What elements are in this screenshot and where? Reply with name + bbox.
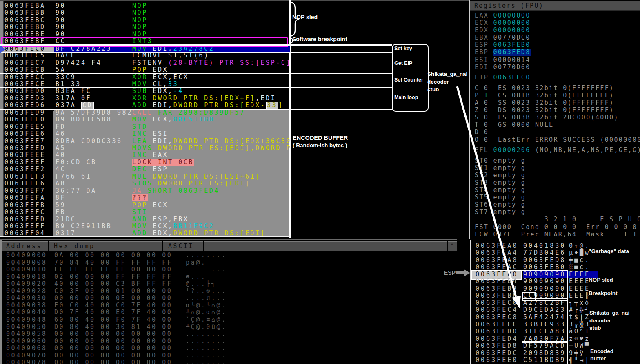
register-line[interactable]: ST1 empty g	[470, 164, 640, 172]
hexdump-row[interactable]: 00409028C0 3F 00 00 01 00 00 00└?..☺...	[0, 288, 457, 295]
hexdump-row[interactable]: 0040902040 00 00 00 C3 BF FF FF@...├┐	[0, 280, 457, 288]
register-line[interactable]: FST 0000 Cond 0 0 0 0 Err 0 0 0 0 0 0 0 …	[470, 223, 640, 231]
stack-annotation-label: stub	[589, 325, 601, 331]
disasm-row[interactable]: 0063FEFD21DCAND ESP,EBX	[3, 216, 290, 223]
disasm-row[interactable]: 0063FEFA8F???	[3, 194, 290, 201]
hexdump-row[interactable]: 00409050D0 80 40 00 30 81 40 00╨Ç@.0ü@.	[0, 324, 457, 331]
hexdump-row[interactable]: 0040907800 00 00 00 00 00 00 00........	[0, 359, 457, 364]
register-line[interactable]: O 0 LastErr ERROR_SUCCESS (00000000)	[470, 136, 640, 143]
register-line[interactable]: ESI 00000014	[470, 56, 640, 64]
hexdump-left-border	[0, 240, 2, 364]
register-line[interactable]: FCW 037F Prec NEAR,64 Mask 1 1 1 1 1 1	[470, 231, 640, 238]
stack-panel[interactable]: 0063FEA0004018300↑@.0063FEA477DB04E6µ♦█w…	[470, 240, 640, 364]
register-line[interactable]: ST6 empty g	[470, 201, 640, 208]
register-line[interactable]: EIP 0063FEC0	[470, 74, 640, 81]
stub-label-line: Shikata_ga_nai	[427, 71, 467, 77]
register-line[interactable]: ST3 empty g	[470, 179, 640, 186]
register-line[interactable]: ESP 0063FEB0	[470, 41, 640, 49]
register-line[interactable]: 3 2 1 0 E S P U O Z D I	[470, 216, 640, 223]
disasm-row[interactable]: 0063FEBB90NOP	[3, 9, 290, 16]
group-label: Set key	[394, 46, 412, 51]
scroll-up-icon[interactable]: ^	[448, 241, 457, 251]
register-line[interactable]: EFL 00000206 (NO,NB,NE,A,NS,PE,GE,G)	[470, 146, 640, 154]
disasm-row[interactable]: 0063FEF24CDEC ESP	[3, 166, 290, 173]
registers-panel[interactable]: Registers (FPU) EAX 00000000ECX 00000000…	[470, 0, 640, 239]
disasm-row[interactable]: 0063FEF736:77 DAJA SHORT 0063FED4	[3, 188, 290, 194]
register-line[interactable]: ST5 empty g	[470, 194, 640, 201]
disasm-row[interactable]: 0063FECB5APOP EDX	[3, 66, 290, 73]
stack-annotation-label: Encoded	[590, 348, 613, 354]
hexdump-row[interactable]: 00409040D0 7F 40 00 E0 7F 40 00╨⌂@.α⌂@.	[0, 309, 457, 316]
disasm-row[interactable]: 0063FEEFF0:CD CBLOCK INT 0CB	[3, 159, 290, 166]
ollydbg-window: 0063FEBA90NOP0063FEBB90NOP0063FEBC90NOP0…	[0, 0, 640, 364]
encoded-buffer-annotation: ENCODED BUFFER	[293, 135, 348, 141]
encoded-buffer-subtitle: ( Random-ish bytes )	[293, 142, 347, 148]
stack-annotation-label: "Garbage" data	[589, 248, 629, 254]
hexdump-row[interactable]: 0040907000 00 00 00 00 00 00 00........	[0, 352, 457, 360]
group-line-2	[0, 52, 392, 53]
register-gap	[470, 143, 640, 147]
register-line[interactable]: ST0 empty g	[470, 157, 640, 164]
disasm-row[interactable]: 0063FECC33C9XOR ECX,ECX	[3, 74, 290, 81]
disasm-row[interactable]: 0063FEFB59POP ECX	[3, 202, 290, 209]
disasm-row[interactable]: 0063FEEDA5MOVS DWORD PTR ES:[EDI],DWORD …	[3, 145, 290, 152]
hexdump-row[interactable]: 00409038E0 C0 40 00 C0 7F 40 00α└@.└⌂@.	[0, 302, 457, 309]
hexdump-row[interactable]: 0040900870 84 40 00 FF FF FF FFpä@.	[0, 259, 457, 267]
stack-annotation-label: Breakpoint	[589, 290, 618, 296]
register-line[interactable]: A 0 SS 0023 32bit 0(FFFFFFFF)	[470, 99, 640, 106]
disasm-row[interactable]: 0063FEF6ABSTOS DWORD PTR ES:[EDI]	[3, 180, 290, 187]
hexdump-panel[interactable]: Address Hex dump ASCII ^ 004090000A 00 0…	[0, 239, 457, 364]
register-line[interactable]: T 0 GS 0000 NULL	[470, 121, 640, 128]
disasm-row[interactable]: 0063FF040317ADD EDX,DWORD PTR DS:[EDI]	[3, 230, 290, 237]
disasm-row[interactable]: 0063FEFFB9 C2E911BBMOV ECX,BB11E9C2	[3, 223, 290, 230]
register-line[interactable]: EBX 00770DC0	[470, 34, 640, 41]
disasm-row[interactable]: 0063FEFCFBSTI	[3, 209, 290, 216]
hexdump-header-hex[interactable]: Hex dump	[49, 241, 162, 251]
disasm-row[interactable]: 0063FED3317A 0FXOR DWORD PTR DS:[EDX+F],…	[3, 95, 290, 102]
hexdump-row[interactable]: 0040903000 00 00 00 0E 00 00 00....♫...	[0, 295, 457, 302]
register-line[interactable]: EAX 00000000	[470, 12, 640, 19]
disasm-row[interactable]: 0063FEE646INC ESI	[3, 130, 290, 137]
disasm-row[interactable]: 0063FEBD90NOP	[3, 24, 290, 31]
hexdump-row[interactable]: 0040906800 00 00 00 00 00 00 00........	[0, 345, 457, 352]
disasm-row[interactable]: 0063FEE78DBA CD0DC336LEA EDI,DWORD PTR D…	[3, 138, 290, 145]
disasm-row[interactable]: 0063FEBC90NOP	[3, 17, 290, 24]
disasm-row[interactable]: 0063FEBA90NOP	[3, 2, 290, 9]
disasm-row[interactable]: 0063FEC5DACEFCMOVE ST,ST(6)	[3, 52, 290, 59]
disassembly-panel[interactable]: 0063FEBA90NOP0063FEBB90NOP0063FEBC90NOP0…	[3, 0, 290, 237]
hexdump-header-address[interactable]: Address	[1, 241, 48, 251]
disasm-row[interactable]: 0063FEE5FDSTD	[3, 124, 290, 130]
register-line[interactable]: S 0 FS 003B 32bit 20C000(4000)	[470, 114, 640, 121]
disasm-row[interactable]: 0063FEF3F766 61MUL DWORD PTR DS:[ESI+61]	[3, 173, 290, 180]
disasm-row[interactable]: 0063FEEE40INC EAX	[3, 152, 290, 159]
registers-separator	[469, 0, 470, 239]
disasm-row[interactable]: 0063FED6037A CDADD EDI,DWORD PTR DS:[EDX…	[3, 102, 290, 109]
register-line[interactable]: ST7 empty g	[470, 208, 640, 216]
register-gap	[470, 81, 640, 84]
register-line[interactable]: ST4 empty g	[470, 186, 640, 194]
stack-row[interactable]: 0063FEA80063FED8╪■c.	[471, 257, 640, 264]
hexdump-row[interactable]: 0040906000 00 00 00 00 00 00 00........	[0, 338, 457, 345]
encoded-buffer-box	[522, 341, 568, 364]
hexdump-row[interactable]: 0040905800 00 00 00 00 00 00 00........	[0, 331, 457, 338]
disasm-row[interactable]: 0063FECEB1 33MOV CL,33	[3, 81, 290, 88]
register-line[interactable]: EBP 0063FED8	[470, 49, 640, 56]
disasm-row[interactable]: 0063FED99A 57DF39D8 9820CALL FAR 2098:D8…	[3, 109, 290, 116]
register-line[interactable]: ST2 empty g	[470, 172, 640, 179]
hexdump-row[interactable]: 0040904860 80 40 00 F0 7F 40 00`Ç@.≡⌂@.	[0, 316, 457, 324]
register-line[interactable]: D 0	[470, 128, 640, 136]
register-line[interactable]: ECX 00000000	[470, 19, 640, 26]
group-label: Get EIP	[394, 60, 412, 66]
register-line[interactable]: Z 0 DS 0023 32bit 0(FFFFFFFF)	[470, 106, 640, 114]
hexdump-row[interactable]: 00409010FF FF FF FF FF 00 00 00 ...	[0, 266, 457, 274]
disasm-row[interactable]: 0063FEE0B9 BD11C588MOV ECX,88C511BD	[3, 116, 290, 123]
register-line[interactable]: EDI 00770D60	[470, 64, 640, 71]
register-line[interactable]: P 1 CS 001B 32bit 0(FFFFFFFF)	[470, 92, 640, 99]
register-line[interactable]: C 0 ES 0023 32bit 0(FFFFFFFF)	[470, 84, 640, 92]
hexdump-header-ascii[interactable]: ASCII	[163, 241, 203, 251]
disasm-row[interactable]: 0063FED083EA FCSUB EDX,-4	[3, 88, 290, 95]
register-line[interactable]: EDX 00000000	[470, 26, 640, 34]
disasm-row[interactable]: 0063FEC7D97424 F4FSTENV (28-BYTE) PTR SS…	[3, 60, 290, 66]
hexdump-row[interactable]: 004090000A 00 00 00 00 00 00 00........	[0, 252, 457, 259]
hexdump-row[interactable]: 0040901802 00 00 00 FF FF FF FF☻...	[0, 274, 457, 281]
